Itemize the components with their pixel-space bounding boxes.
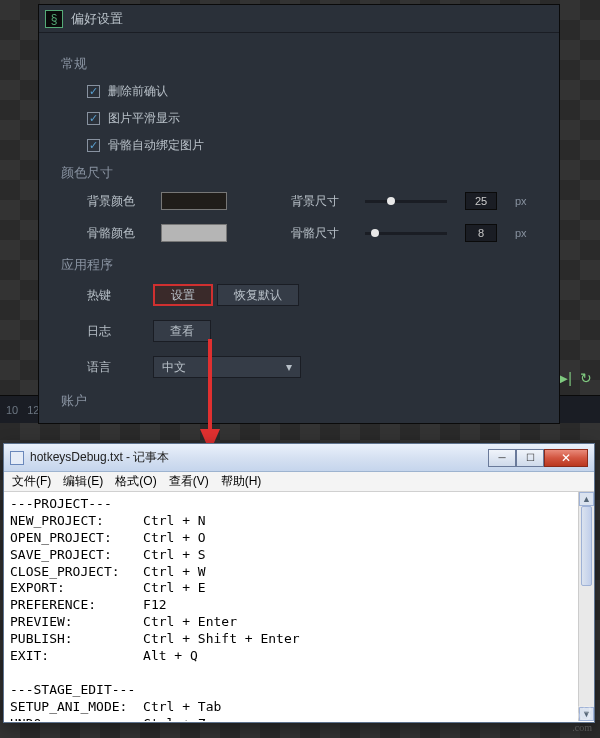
- section-color-size: 颜色尺寸: [61, 164, 537, 182]
- checkbox-label: 删除前确认: [108, 83, 168, 100]
- notepad-content[interactable]: ---PROJECT--- NEW_PROJECT: Ctrl + N OPEN…: [4, 492, 578, 721]
- bg-size-input[interactable]: 25: [465, 192, 497, 210]
- chevron-down-icon: ▾: [286, 360, 292, 374]
- app-icon: §: [45, 10, 63, 28]
- checkbox-smooth-images[interactable]: ✓: [87, 112, 100, 125]
- scroll-thumb[interactable]: [581, 506, 592, 586]
- bg-size-slider[interactable]: [365, 200, 447, 203]
- scroll-up-button[interactable]: ▲: [579, 492, 594, 506]
- hotkey-label: 热键: [87, 287, 127, 304]
- settings-button[interactable]: 设置: [153, 284, 213, 306]
- checkbox-confirm-delete[interactable]: ✓: [87, 85, 100, 98]
- menu-file[interactable]: 文件(F): [12, 473, 51, 490]
- loop-icon[interactable]: ↻: [580, 370, 592, 386]
- close-button[interactable]: ✕: [544, 449, 588, 467]
- menu-help[interactable]: 帮助(H): [221, 473, 262, 490]
- notepad-menubar: 文件(F) 编辑(E) 格式(O) 查看(V) 帮助(H): [4, 472, 594, 492]
- menu-view[interactable]: 查看(V): [169, 473, 209, 490]
- language-dropdown[interactable]: 中文 ▾: [153, 356, 301, 378]
- bone-size-slider[interactable]: [365, 232, 447, 235]
- notepad-title: hotkeysDebug.txt - 记事本: [30, 449, 169, 466]
- language-value: 中文: [162, 359, 186, 376]
- checkbox-auto-bind-bone[interactable]: ✓: [87, 139, 100, 152]
- window-titlebar: § 偏好设置: [39, 5, 559, 33]
- preferences-window: § 偏好设置 常规 ✓ 删除前确认 ✓ 图片平滑显示 ✓ 骨骼自动绑定图片 颜色…: [38, 4, 560, 424]
- minimize-button[interactable]: ─: [488, 449, 516, 467]
- px-label: px: [515, 195, 527, 207]
- bone-color-swatch[interactable]: [161, 224, 227, 242]
- px-label: px: [515, 227, 527, 239]
- bone-color-label: 骨骼颜色: [87, 225, 143, 242]
- scrollbar[interactable]: ▲ ▼: [578, 492, 594, 721]
- menu-format[interactable]: 格式(O): [115, 473, 156, 490]
- log-label: 日志: [87, 323, 127, 340]
- menu-edit[interactable]: 编辑(E): [63, 473, 103, 490]
- notepad-titlebar[interactable]: hotkeysDebug.txt - 记事本 ─ ☐ ✕: [4, 444, 594, 472]
- bg-color-swatch[interactable]: [161, 192, 227, 210]
- restore-default-button[interactable]: 恢复默认: [217, 284, 299, 306]
- view-log-button[interactable]: 查看: [153, 320, 211, 342]
- notepad-window: hotkeysDebug.txt - 记事本 ─ ☐ ✕ 文件(F) 编辑(E)…: [3, 443, 595, 723]
- bg-size-label: 背景尺寸: [291, 193, 347, 210]
- checkbox-label: 图片平滑显示: [108, 110, 180, 127]
- checkbox-label: 骨骼自动绑定图片: [108, 137, 204, 154]
- section-application: 应用程序: [61, 256, 537, 274]
- maximize-button[interactable]: ☐: [516, 449, 544, 467]
- window-title: 偏好设置: [71, 10, 123, 28]
- language-label: 语言: [87, 359, 127, 376]
- section-general: 常规: [61, 55, 537, 73]
- section-account: 账户: [61, 392, 537, 410]
- notepad-icon: [10, 451, 24, 465]
- watermark: 9553.com: [548, 703, 592, 732]
- bg-color-label: 背景颜色: [87, 193, 143, 210]
- bone-size-label: 骨骼尺寸: [291, 225, 347, 242]
- bone-size-input[interactable]: 8: [465, 224, 497, 242]
